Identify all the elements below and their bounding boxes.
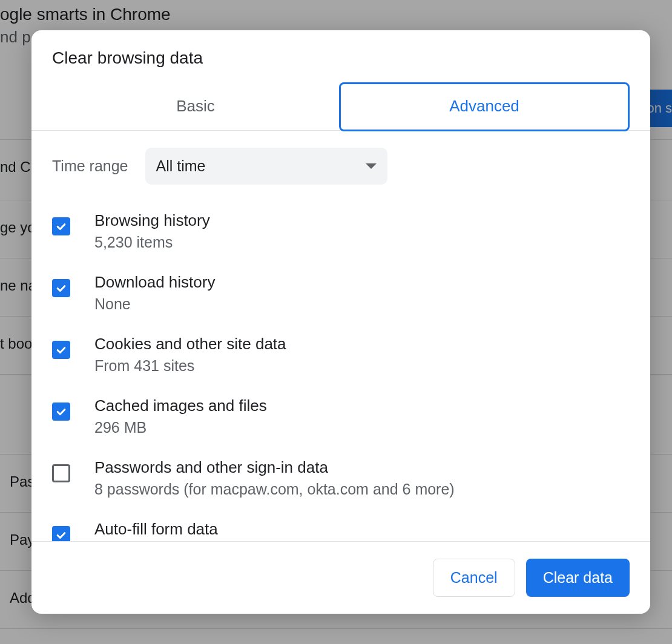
tab-advanced[interactable]: Advanced	[339, 82, 630, 131]
option-row: Download historyNone	[52, 273, 630, 313]
option-subtitle: 8 passwords (for macpaw.com, okta.com an…	[94, 481, 455, 498]
check-icon	[55, 406, 67, 418]
option-subtitle: From 431 sites	[94, 357, 286, 375]
option-title: Cached images and files	[94, 396, 267, 415]
option-title: Auto-fill form data	[94, 520, 218, 539]
check-icon	[55, 529, 67, 541]
dialog-tabs: Basic Advanced	[31, 82, 650, 131]
option-subtitle: 296 MB	[94, 419, 267, 436]
time-range-row: Time range All time	[52, 148, 630, 185]
option-row: Cookies and other site dataFrom 431 site…	[52, 335, 630, 375]
time-range-label: Time range	[52, 157, 128, 175]
option-checkbox[interactable]	[52, 341, 70, 359]
option-text: Passwords and other sign-in data8 passwo…	[94, 458, 455, 498]
option-title: Browsing history	[94, 211, 210, 230]
check-icon	[55, 282, 67, 294]
dialog-title: Clear browsing data	[31, 30, 650, 82]
option-title: Download history	[94, 273, 215, 292]
option-checkbox[interactable]	[52, 526, 70, 541]
clear-data-button[interactable]: Clear data	[526, 559, 630, 597]
option-title: Passwords and other sign-in data	[94, 458, 455, 477]
option-text: Auto-fill form data	[94, 520, 218, 539]
option-subtitle: 5,230 items	[94, 234, 210, 251]
chevron-down-icon	[366, 163, 377, 169]
option-row: Cached images and files296 MB	[52, 396, 630, 436]
option-row: Browsing history5,230 items	[52, 211, 630, 251]
option-text: Cached images and files296 MB	[94, 396, 267, 436]
options-list: Browsing history5,230 itemsDownload hist…	[52, 205, 630, 541]
option-row: Passwords and other sign-in data8 passwo…	[52, 458, 630, 498]
time-range-select[interactable]: All time	[145, 148, 387, 185]
check-icon	[55, 344, 67, 356]
tab-basic[interactable]: Basic	[52, 82, 339, 130]
option-checkbox[interactable]	[52, 464, 70, 482]
option-checkbox[interactable]	[52, 279, 70, 297]
option-text: Browsing history5,230 items	[94, 211, 210, 251]
option-text: Download historyNone	[94, 273, 215, 313]
option-text: Cookies and other site dataFrom 431 site…	[94, 335, 286, 375]
dialog-content: Time range All time Browsing history5,23…	[31, 131, 650, 541]
option-title: Cookies and other site data	[94, 335, 286, 353]
dialog-footer: Cancel Clear data	[31, 541, 650, 614]
option-checkbox[interactable]	[52, 217, 70, 235]
option-subtitle: None	[94, 295, 215, 313]
check-icon	[55, 220, 67, 232]
option-row: Auto-fill form data	[52, 520, 630, 541]
option-checkbox[interactable]	[52, 402, 70, 421]
clear-browsing-data-dialog: Clear browsing data Basic Advanced Time …	[31, 30, 650, 614]
time-range-value: All time	[156, 157, 206, 175]
cancel-button[interactable]: Cancel	[433, 559, 515, 597]
